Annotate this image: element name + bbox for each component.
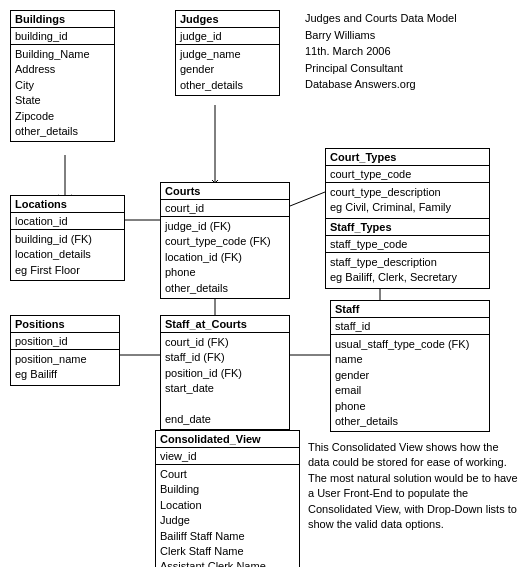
courts-fields: judge_id (FK) court_type_code (FK) locat… xyxy=(161,217,289,298)
courts-header: Courts xyxy=(161,183,289,200)
court-types-entity: Court_Types court_type_code court_type_d… xyxy=(325,148,490,219)
info-line2: Barry Williams xyxy=(305,27,457,44)
consolidated-view-pk: view_id xyxy=(156,448,299,465)
staff-types-header: Staff_Types xyxy=(326,219,489,236)
courts-entity: Courts court_id judge_id (FK) court_type… xyxy=(160,182,290,299)
staff-at-courts-fields: court_id (FK) staff_id (FK) position_id … xyxy=(161,333,289,429)
staff-at-courts-header: Staff_at_Courts xyxy=(161,316,289,333)
locations-entity: Locations location_id building_id (FK) l… xyxy=(10,195,125,281)
staff-types-fields: staff_type_description eg Bailiff, Clerk… xyxy=(326,253,489,288)
judges-entity: Judges judge_id judge_name gender other_… xyxy=(175,10,280,96)
info-line3: 11th. March 2006 xyxy=(305,43,457,60)
consolidated-view-fields: Court Building Location Judge Bailiff St… xyxy=(156,465,299,567)
consolidated-view-entity: Consolidated_View view_id Court Building… xyxy=(155,430,300,567)
buildings-entity: Buildings building_id Building_Name Addr… xyxy=(10,10,115,142)
diagram-container: Buildings building_id Building_Name Addr… xyxy=(0,0,531,567)
court-types-pk: court_type_code xyxy=(326,166,489,183)
judges-header: Judges xyxy=(176,11,279,28)
courts-pk: court_id xyxy=(161,200,289,217)
staff-entity: Staff staff_id usual_staff_type_code (FK… xyxy=(330,300,490,432)
positions-header: Positions xyxy=(11,316,119,333)
positions-pk: position_id xyxy=(11,333,119,350)
judges-fields: judge_name gender other_details xyxy=(176,45,279,95)
positions-fields: position_name eg Bailiff xyxy=(11,350,119,385)
court-types-header: Court_Types xyxy=(326,149,489,166)
locations-pk: location_id xyxy=(11,213,124,230)
staff-types-pk: staff_type_code xyxy=(326,236,489,253)
court-types-fields: court_type_description eg Civil, Crimina… xyxy=(326,183,489,218)
judges-pk: judge_id xyxy=(176,28,279,45)
positions-entity: Positions position_id position_name eg B… xyxy=(10,315,120,386)
info-line4: Principal Consultant xyxy=(305,60,457,77)
staff-at-courts-entity: Staff_at_Courts court_id (FK) staff_id (… xyxy=(160,315,290,430)
buildings-pk: building_id xyxy=(11,28,114,45)
locations-header: Locations xyxy=(11,196,124,213)
info-block: Judges and Courts Data Model Barry Willi… xyxy=(305,10,457,93)
buildings-fields: Building_Name Address City State Zipcode… xyxy=(11,45,114,141)
locations-fields: building_id (FK) location_details eg Fir… xyxy=(11,230,124,280)
consolidated-view-header: Consolidated_View xyxy=(156,431,299,448)
staff-pk: staff_id xyxy=(331,318,489,335)
buildings-header: Buildings xyxy=(11,11,114,28)
info-line1: Judges and Courts Data Model xyxy=(305,10,457,27)
consolidated-note: This Consolidated View shows how the dat… xyxy=(308,440,518,532)
staff-types-entity: Staff_Types staff_type_code staff_type_d… xyxy=(325,218,490,289)
staff-fields: usual_staff_type_code (FK) name gender e… xyxy=(331,335,489,431)
staff-header: Staff xyxy=(331,301,489,318)
info-line5: Database Answers.org xyxy=(305,76,457,93)
